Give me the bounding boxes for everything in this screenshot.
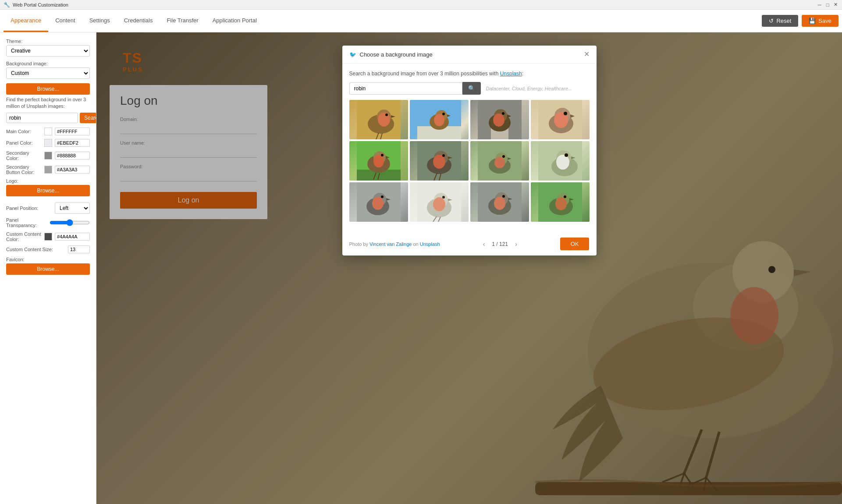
image-cell-3[interactable]: [470, 100, 529, 139]
theme-select[interactable]: Creative: [6, 45, 90, 57]
secondary-color-swatch[interactable]: [44, 152, 52, 160]
image-cell-8[interactable]: [531, 141, 590, 181]
window-controls: ─ □ ✕: [817, 2, 838, 8]
modal-search-input[interactable]: [349, 82, 462, 95]
modal-close-button[interactable]: ✕: [584, 51, 590, 58]
reset-button[interactable]: ↺ Reset: [762, 15, 798, 27]
search-input[interactable]: [6, 113, 78, 123]
custom-content-size-input[interactable]: [68, 245, 90, 253]
photo-credit: Photo by Vincent van Zalinge on Unsplash: [349, 241, 440, 247]
main-color-swatch[interactable]: [44, 128, 52, 135]
panel-position-row: Panel Position: Left: [6, 202, 90, 214]
image-cell-4[interactable]: [531, 100, 590, 139]
background-image-modal: 🐦 Choose a background image ✕ Search a b…: [342, 46, 597, 256]
maximize-button[interactable]: □: [824, 2, 831, 8]
main-color-row: Main Color:: [6, 128, 90, 135]
svg-point-72: [565, 153, 568, 157]
svg-point-76: [372, 197, 384, 210]
svg-point-82: [433, 197, 445, 211]
svg-point-48: [373, 155, 384, 167]
ok-button[interactable]: OK: [560, 238, 590, 250]
page-info: 1 / 121: [492, 241, 508, 247]
tab-content[interactable]: Content: [48, 10, 82, 32]
favicon-field: Favicon: Browse...: [6, 257, 90, 277]
modal-description: Search a background image from over 3 mi…: [349, 71, 590, 77]
svg-point-64: [494, 157, 505, 168]
panel-transparency-row: Panel Transparancy:: [6, 217, 90, 228]
bg-image-select[interactable]: Custom: [6, 67, 90, 79]
custom-content-color-row: Custom Content Color:: [6, 231, 90, 242]
modal-search-button[interactable]: 🔍: [462, 82, 481, 95]
favicon-browse-button[interactable]: Browse...: [6, 263, 90, 275]
search-row: Search!: [6, 113, 90, 123]
secondary-btn-color-input[interactable]: [55, 166, 90, 174]
modal-search-hint: Datacenter, Cloud, Energy, Healthcare...: [481, 86, 590, 91]
bg-image-label: Background image:: [6, 61, 90, 66]
image-cell-5[interactable]: [349, 141, 408, 181]
logo-browse-button[interactable]: Browse...: [6, 185, 90, 196]
logo-field: Logo: Browse...: [6, 178, 90, 198]
image-cell-2[interactable]: [410, 100, 469, 139]
photographer-link[interactable]: Vincent van Zalinge: [369, 241, 412, 247]
panel-color-input[interactable]: [55, 139, 90, 147]
unsplash-link[interactable]: Unsplash: [500, 71, 522, 77]
close-button[interactable]: ✕: [832, 2, 838, 8]
secondary-color-row: Secondary Color:: [6, 150, 90, 161]
secondary-btn-color-swatch[interactable]: [44, 166, 52, 174]
image-grid: [349, 100, 590, 222]
image-cell-6[interactable]: [410, 141, 469, 181]
unsplash-footer-link[interactable]: Unsplash: [420, 241, 440, 247]
panel-color-swatch[interactable]: [44, 139, 52, 147]
svg-point-70: [556, 155, 569, 170]
modal-title: 🐦 Choose a background image: [349, 51, 433, 58]
custom-content-color-swatch[interactable]: [44, 233, 52, 241]
image-cell-7[interactable]: [470, 141, 529, 181]
prev-page-button[interactable]: ‹: [480, 240, 488, 248]
main-color-input[interactable]: [55, 128, 90, 135]
next-page-button[interactable]: ›: [512, 240, 520, 248]
svg-point-96: [555, 197, 567, 210]
minimize-button[interactable]: ─: [817, 2, 823, 8]
tab-application-portal[interactable]: Application Portal: [206, 10, 264, 32]
bg-image-field: Background image: Custom: [6, 61, 90, 79]
title-bar: 🔧 Web Portal Customization ─ □ ✕: [0, 0, 842, 10]
image-cell-12[interactable]: [531, 182, 590, 222]
custom-content-size-label: Custom Content Size:: [6, 247, 65, 252]
modal-search-row: 🔍 Datacenter, Cloud, Energy, Healthcare.…: [349, 82, 590, 95]
custom-content-color-input[interactable]: [55, 233, 90, 241]
app-navigation: Appearance Content Settings Credentials …: [0, 10, 842, 32]
tab-credentials[interactable]: Credentials: [117, 10, 160, 32]
theme-field: Theme: Creative: [6, 39, 90, 57]
save-button[interactable]: 💾 Save: [802, 15, 838, 27]
secondary-color-input[interactable]: [55, 152, 90, 160]
svg-point-84: [442, 196, 445, 199]
search-button[interactable]: Search!: [80, 113, 96, 123]
panel-color-row: Panel Color:: [6, 139, 90, 147]
svg-point-52: [381, 154, 384, 156]
save-icon: 💾: [809, 18, 816, 24]
app-icon: 🔧: [4, 2, 10, 8]
logo-label: Logo:: [6, 178, 90, 184]
browse-button[interactable]: Browse...: [6, 83, 90, 95]
image-cell-11[interactable]: [470, 182, 529, 222]
reset-icon: ↺: [769, 18, 774, 24]
secondary-btn-color-row: Secondary Button Color:: [6, 164, 90, 175]
panel-transparency-slider[interactable]: [50, 219, 90, 226]
tab-appearance[interactable]: Appearance: [4, 10, 48, 32]
panel-position-label: Panel Position:: [6, 206, 52, 211]
secondary-btn-color-label: Secondary Button Color:: [6, 164, 42, 175]
image-cell-1[interactable]: [349, 100, 408, 139]
main-layout: Theme: Creative Background image: Custom…: [0, 32, 842, 504]
image-cell-9[interactable]: [349, 182, 408, 222]
theme-label: Theme:: [6, 39, 90, 44]
panel-position-select[interactable]: Left: [55, 202, 90, 214]
modal-header: 🐦 Choose a background image ✕: [342, 46, 597, 64]
tab-settings[interactable]: Settings: [82, 10, 117, 32]
svg-point-66: [502, 155, 505, 158]
panel-color-label: Panel Color:: [6, 140, 42, 146]
image-cell-10[interactable]: [410, 182, 469, 222]
favicon-label: Favicon:: [6, 257, 90, 262]
tab-file-transfer[interactable]: File Transfer: [160, 10, 205, 32]
svg-point-30: [442, 113, 445, 115]
unsplash-description: Find the perfect background in over 3 mi…: [6, 96, 90, 110]
